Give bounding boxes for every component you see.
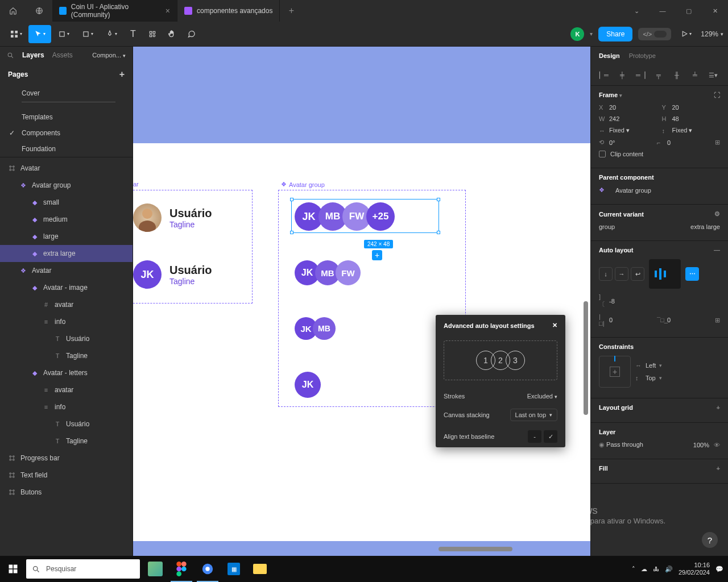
layer-row[interactable]: #avatar (0, 296, 133, 313)
align-right-icon[interactable]: ═▕ (633, 68, 648, 82)
chevron-down-icon[interactable]: ▾ (590, 31, 593, 37)
layer-row[interactable]: ◆large (0, 228, 133, 245)
vertical-scrollbar[interactable] (584, 301, 588, 415)
page-item[interactable]: ✓Components (0, 125, 133, 141)
layer-row[interactable]: TUsuário (0, 330, 133, 347)
layer-row[interactable]: TUsuário (0, 415, 133, 433)
h-sizing-dropdown[interactable]: Fixed ▾ (672, 127, 693, 134)
main-menu-button[interactable]: ▾ (5, 25, 27, 43)
strokes-dropdown[interactable]: Excluded ▾ (527, 393, 557, 400)
direction-horizontal[interactable]: → (615, 267, 628, 281)
hand-tool[interactable] (163, 25, 181, 43)
resize-to-fit-icon[interactable]: ⛶ (714, 92, 720, 98)
browser-tab-active[interactable]: Coin UI - Aplicativo (Community) × (52, 0, 177, 22)
frame-label[interactable]: ❖ Avatar group (281, 181, 325, 188)
onedrive-icon[interactable]: ☁ (641, 566, 647, 573)
v-padding-input[interactable]: 0 (667, 317, 671, 323)
clip-content-checkbox[interactable] (599, 151, 606, 157)
pen-tool[interactable]: ▾ (100, 25, 123, 43)
taskbar-app-explorer[interactable] (247, 556, 273, 582)
layer-row[interactable]: ◆Avatar - image (0, 279, 133, 296)
present-button[interactable]: ▾ (677, 25, 695, 43)
v-constraint-dropdown[interactable]: ↕Top ▾ (635, 375, 720, 381)
x-input[interactable]: 20 (609, 104, 616, 111)
canvas[interactable]: ar Usuário Tagline JK Usuário Tagline ❖ … (133, 47, 590, 556)
browser-tab[interactable]: componentes avançados (177, 0, 280, 22)
taskbar-app-figma[interactable] (168, 556, 195, 582)
help-button[interactable]: ? (702, 532, 718, 548)
layer-row[interactable]: Text field (0, 467, 133, 484)
variant-settings-icon[interactable]: ⚙ (714, 210, 720, 218)
tray-chevron-icon[interactable]: ˄ (632, 566, 635, 573)
independent-corners-icon[interactable]: ⊞ (715, 139, 720, 146)
align-v-center-icon[interactable]: ╫ (669, 68, 684, 82)
volume-icon[interactable]: 🔊 (665, 566, 673, 573)
layer-row[interactable]: ≡avatar (0, 381, 133, 398)
frame-label[interactable]: ar (133, 181, 139, 188)
page-dropdown[interactable]: Compon... ▾ (92, 52, 126, 59)
minimize-button[interactable]: — (650, 0, 676, 22)
width-input[interactable]: 242 (609, 115, 619, 122)
add-grid-icon[interactable]: + (717, 404, 720, 411)
layers-tab[interactable]: Layers (22, 51, 44, 59)
blend-mode-dropdown[interactable]: ◉ Pass through (599, 441, 689, 448)
frame-tool[interactable]: ▾ (52, 25, 75, 43)
w-sizing-dropdown[interactable]: Fixed ▾ (609, 127, 630, 134)
rotation-input[interactable]: 0° (609, 139, 615, 146)
layer-row[interactable]: ≡info (0, 398, 133, 415)
radius-input[interactable]: 0 (667, 139, 671, 146)
auto-layout-more-button[interactable]: ⋯ (685, 267, 699, 281)
page-item[interactable]: Templates (0, 109, 133, 125)
constraint-widget[interactable]: + (599, 356, 631, 388)
layer-row[interactable]: ❖Avatar (0, 262, 133, 279)
layer-row[interactable]: ◆Avatar - letters (0, 364, 133, 381)
align-left-icon[interactable]: ▏═ (597, 68, 611, 82)
taskbar-app-calculator[interactable]: ▦ (221, 556, 247, 582)
alignment-grid[interactable] (649, 259, 681, 289)
align-h-center-icon[interactable]: ╪ (615, 68, 630, 82)
direction-wrap[interactable]: ↩ (631, 267, 644, 281)
align-top-icon[interactable]: ╤ (651, 68, 666, 82)
visibility-icon[interactable]: 👁 (714, 442, 720, 448)
add-page-button[interactable]: + (119, 69, 125, 80)
close-window-button[interactable]: ✕ (702, 0, 728, 22)
text-tool[interactable]: T (124, 25, 142, 43)
layer-row[interactable]: Progress bar (0, 450, 133, 467)
canvas-stacking-dropdown[interactable]: Last on top▾ (510, 409, 557, 421)
search-icon[interactable] (7, 52, 14, 59)
start-button[interactable] (0, 556, 26, 582)
height-input[interactable]: 48 (672, 115, 679, 122)
layer-row[interactable]: ◆extra large (0, 245, 133, 262)
layer-row[interactable]: Butons (0, 484, 133, 501)
y-input[interactable]: 20 (672, 104, 679, 111)
layer-row[interactable]: ≡info (0, 313, 133, 330)
close-popup-button[interactable]: ✕ (552, 322, 557, 329)
parent-component-link[interactable]: ❖ Avatar group (599, 186, 720, 194)
zoom-level[interactable]: 129%▾ (701, 30, 723, 38)
h-padding-input[interactable]: 0 (609, 317, 613, 323)
close-icon[interactable]: × (166, 6, 170, 15)
layer-row[interactable]: ◆medium (0, 211, 133, 228)
layer-row[interactable]: ◆small (0, 194, 133, 211)
maximize-button[interactable]: ▢ (676, 0, 702, 22)
shape-tool[interactable]: ▾ (76, 25, 99, 43)
remove-autolayout-icon[interactable]: — (714, 247, 720, 253)
design-tab[interactable]: Design (599, 52, 620, 59)
taskbar-search[interactable]: Pesquisar (26, 559, 140, 579)
home-icon[interactable] (0, 0, 26, 22)
layer-row[interactable]: TTagline (0, 347, 133, 364)
page-item[interactable]: Cover (0, 85, 133, 101)
assets-tab[interactable]: Assets (52, 51, 73, 59)
network-icon[interactable]: 🖧 (653, 566, 659, 572)
user-avatar[interactable]: K (570, 27, 584, 41)
add-variant-button[interactable]: + (372, 250, 382, 260)
globe-icon[interactable] (26, 0, 52, 22)
add-fill-icon[interactable]: + (717, 465, 720, 472)
baseline-on-button[interactable]: ✓ (544, 430, 557, 443)
direction-vertical[interactable]: ↓ (599, 267, 613, 281)
baseline-off-button[interactable]: - (528, 430, 541, 443)
opacity-input[interactable]: 100% (693, 442, 709, 448)
comment-tool[interactable] (182, 25, 200, 43)
notifications-icon[interactable]: 💬 (715, 566, 723, 573)
h-constraint-dropdown[interactable]: ↔Left ▾ (635, 362, 720, 369)
